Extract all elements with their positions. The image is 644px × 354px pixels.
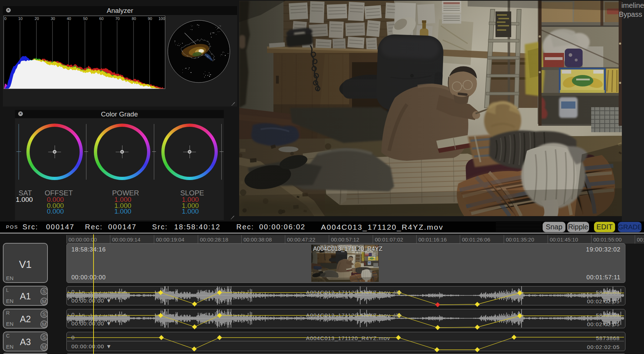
svg-text:70: 70 xyxy=(115,16,120,21)
svg-text:30: 30 xyxy=(51,16,55,21)
svg-text:100: 100 xyxy=(159,16,165,21)
svg-text:20: 20 xyxy=(35,16,39,21)
svg-text:40: 40 xyxy=(67,16,71,21)
svg-text:60: 60 xyxy=(99,16,104,21)
svg-text:80: 80 xyxy=(132,16,136,21)
svg-text:10: 10 xyxy=(18,16,22,21)
svg-text:0: 0 xyxy=(4,16,6,21)
svg-text:90: 90 xyxy=(148,16,152,21)
svg-text:50: 50 xyxy=(83,16,87,21)
